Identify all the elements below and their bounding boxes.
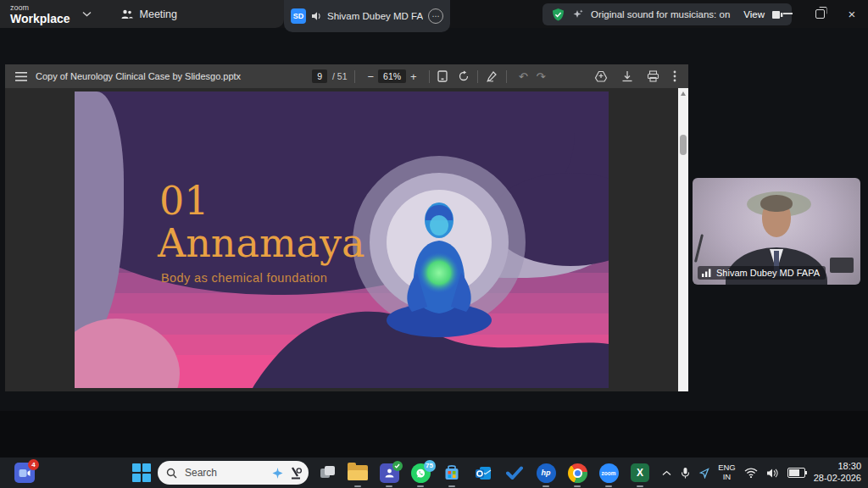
presentation-slide: 01 Annamaya Body as chemical foundation bbox=[75, 92, 609, 388]
taskbar-hp[interactable]: hp bbox=[535, 462, 557, 484]
tab-shared-screen[interactable]: SD Shivam Dubey MD FAPA's sc ⋯ bbox=[284, 0, 450, 32]
share-tab-options-icon[interactable]: ⋯ bbox=[428, 8, 443, 24]
participant-video-tile[interactable]: Shivam Dubey MD FAPA bbox=[693, 178, 860, 285]
taskbar-app-notifications[interactable]: 4 bbox=[14, 462, 36, 484]
tray-date: 28-02-2026 bbox=[814, 473, 861, 485]
undo-button[interactable]: ↶ bbox=[515, 70, 532, 83]
page-number-input[interactable]: 9 bbox=[312, 69, 327, 83]
taskbar-file-explorer[interactable] bbox=[347, 462, 369, 484]
scrollbar[interactable] bbox=[678, 88, 688, 391]
print-icon[interactable] bbox=[647, 70, 659, 82]
windows-icon bbox=[132, 463, 151, 482]
participant-name: Shivam Dubey MD FAPA bbox=[716, 268, 820, 278]
titlebar: zoom Workplace Meeting SD bbox=[0, 0, 868, 28]
search-doodle-atom-icon bbox=[271, 467, 284, 480]
taskbar-excel[interactable]: X bbox=[629, 462, 651, 484]
network-signal-icon bbox=[702, 269, 712, 277]
running-indicator bbox=[574, 485, 581, 488]
whatsapp-badge: 75 bbox=[424, 460, 436, 472]
battery-icon[interactable] bbox=[787, 468, 805, 478]
fit-page-icon[interactable] bbox=[437, 70, 448, 82]
original-sound-banner: Original sound for musicians: on View bbox=[542, 3, 792, 25]
person-hair bbox=[760, 195, 793, 212]
running-indicator bbox=[417, 485, 424, 488]
taskbar-store[interactable] bbox=[441, 462, 463, 484]
zoom-in-button[interactable]: + bbox=[406, 70, 421, 83]
running-indicator bbox=[386, 485, 392, 488]
taskbar-chrome[interactable] bbox=[566, 462, 588, 484]
zoom-app-icon: zoom bbox=[599, 463, 619, 483]
original-sound-status: Original sound for musicians: on bbox=[591, 9, 730, 19]
meeting-control-bar: Audio Video bbox=[0, 411, 868, 458]
download-icon[interactable] bbox=[621, 70, 633, 83]
mic-in-use-icon[interactable] bbox=[680, 467, 691, 480]
scroll-up-icon[interactable] bbox=[681, 92, 686, 96]
slide-number: 01 bbox=[159, 181, 209, 220]
start-button[interactable] bbox=[131, 462, 153, 484]
participant-name-label: Shivam Dubey MD FAPA bbox=[698, 266, 826, 280]
menu-icon[interactable] bbox=[15, 72, 27, 81]
brand-zoom: zoom bbox=[10, 4, 70, 12]
whatsapp-icon: 75 bbox=[411, 463, 431, 483]
taskbar-whatsapp[interactable]: 75 bbox=[409, 462, 431, 484]
slide-title: Annamaya bbox=[158, 224, 364, 263]
zoom-out-button[interactable]: − bbox=[363, 70, 378, 83]
chrome-icon bbox=[568, 463, 587, 483]
task-view-icon bbox=[320, 465, 337, 480]
search-input[interactable] bbox=[183, 466, 259, 480]
divider bbox=[506, 70, 507, 83]
close-button[interactable]: × bbox=[837, 0, 866, 27]
wifi-icon[interactable] bbox=[744, 468, 758, 478]
brand-workplace: Workplace bbox=[10, 13, 70, 25]
more-options-icon[interactable] bbox=[673, 70, 676, 82]
search-icon bbox=[166, 468, 177, 479]
titlebar-left-group: zoom Workplace Meeting bbox=[0, 0, 284, 28]
tab-meeting[interactable]: Meeting bbox=[120, 8, 177, 20]
hp-icon: hp bbox=[537, 463, 556, 483]
speaker-icon bbox=[311, 11, 322, 21]
redo-button[interactable]: ↷ bbox=[532, 70, 550, 83]
people-icon bbox=[120, 8, 134, 20]
running-indicator bbox=[448, 485, 455, 488]
workspace-chevron-down-icon[interactable] bbox=[82, 11, 92, 17]
outlook-icon bbox=[475, 465, 492, 481]
scrollbar-thumb[interactable] bbox=[680, 135, 687, 155]
document-filename: Copy of Neurology Clinical Case by Slide… bbox=[36, 71, 241, 81]
task-view-button[interactable] bbox=[317, 462, 339, 484]
avatar: SD bbox=[291, 8, 306, 24]
teams-status-badge bbox=[392, 461, 403, 471]
taskbar-zoom[interactable]: zoom bbox=[598, 462, 620, 484]
notification-badge: 4 bbox=[28, 459, 39, 470]
excel-icon: X bbox=[631, 463, 649, 482]
add-to-drive-icon[interactable] bbox=[594, 70, 608, 83]
running-indicator bbox=[637, 485, 643, 488]
document-canvas: 01 Annamaya Body as chemical foundation bbox=[5, 88, 688, 391]
teams-icon bbox=[380, 463, 399, 483]
search-doodle-microscope-icon bbox=[290, 466, 302, 480]
annotate-pen-icon[interactable] bbox=[486, 70, 498, 82]
restore-button[interactable] bbox=[805, 0, 834, 27]
taskbar-todo[interactable] bbox=[504, 462, 526, 484]
speaker-volume-icon[interactable] bbox=[766, 468, 779, 479]
system-tray: ENGIN 18:30 28-02-2026 bbox=[662, 458, 868, 488]
view-button[interactable]: View bbox=[743, 9, 765, 19]
minimize-button[interactable] bbox=[773, 0, 802, 27]
tray-clock[interactable]: 18:30 28-02-2026 bbox=[814, 461, 861, 485]
meditating-figure bbox=[378, 191, 501, 340]
divider bbox=[354, 70, 355, 83]
tab-meeting-label: Meeting bbox=[140, 8, 177, 20]
location-arrow-icon[interactable] bbox=[699, 468, 709, 479]
divider bbox=[429, 70, 430, 83]
zoom-level[interactable]: 61% bbox=[378, 69, 406, 83]
taskbar-outlook[interactable] bbox=[472, 462, 494, 484]
desk-mic bbox=[694, 234, 704, 263]
security-shield-icon[interactable] bbox=[551, 8, 565, 22]
running-indicator bbox=[354, 485, 361, 488]
ai-sparkle-icon[interactable] bbox=[572, 8, 584, 20]
taskbar-teams[interactable] bbox=[378, 462, 400, 484]
taskbar-search[interactable] bbox=[158, 461, 309, 485]
rotate-icon[interactable] bbox=[458, 70, 470, 82]
language-indicator[interactable]: ENGIN bbox=[718, 463, 736, 482]
video-app-icon: 4 bbox=[14, 463, 35, 483]
tray-chevron-up-icon[interactable] bbox=[662, 470, 671, 476]
